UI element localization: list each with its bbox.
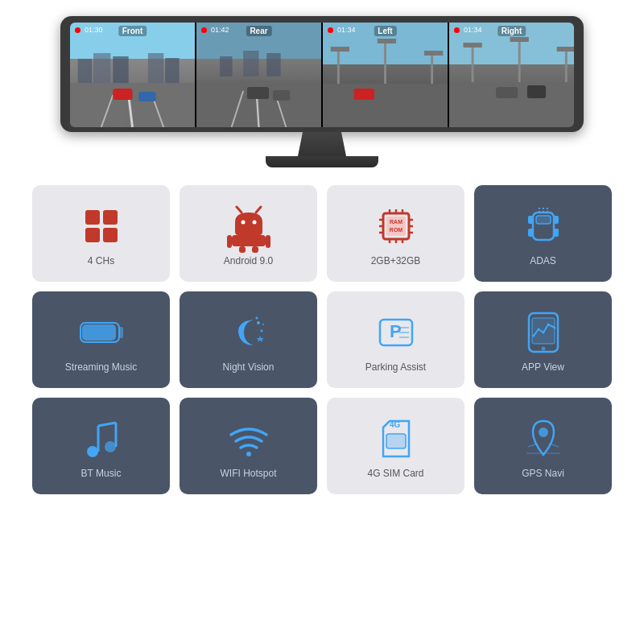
svg-point-79 [260,330,262,332]
feature-streaming-label: Streaming Music [65,361,137,373]
dashcam-section: 01:30 Front [40,16,604,167]
parking-icon: P [375,312,417,353]
front-rec-time: 01:30 [75,26,103,34]
svg-point-81 [262,324,264,325]
dashcam-screen: 01:30 Front [70,23,574,127]
svg-rect-35 [496,87,518,98]
feature-parking-label: Parking Assist [365,361,426,373]
feature-adas[interactable]: ADAS [474,185,612,282]
android-icon [228,205,270,247]
svg-rect-24 [331,47,349,52]
svg-rect-47 [266,235,270,248]
svg-rect-27 [354,89,374,100]
svg-point-92 [542,332,544,334]
svg-point-94 [553,327,555,329]
svg-rect-46 [227,235,232,248]
svg-rect-67 [536,216,551,224]
svg-rect-19 [273,90,290,101]
feature-night[interactable]: Night Vision [180,291,317,388]
sim-icon: 4G [375,418,417,460]
svg-rect-9 [113,89,132,100]
svg-point-100 [246,452,251,456]
rear-label: Rear [246,26,271,36]
feature-gps[interactable]: GPS Navi [474,398,612,494]
feature-wifi[interactable]: WIFI Hotspot [180,398,317,494]
svg-text:RAM: RAM [390,219,402,225]
dashcam-stand [298,132,346,156]
svg-rect-33 [510,37,529,42]
svg-text:P: P [390,321,402,341]
feature-app[interactable]: APP View [474,291,612,388]
svg-point-93 [547,324,549,326]
feature-night-label: Night Vision [223,361,275,373]
feature-android[interactable]: Android 9.0 [180,185,317,282]
svg-rect-4 [165,58,179,83]
wifi-icon [228,418,270,460]
cam-left: 01:34 Left [323,23,448,127]
gps-icon [522,418,564,460]
svg-point-103 [539,427,548,437]
svg-rect-45 [232,235,266,246]
grid-icon [80,205,122,247]
svg-point-96 [105,441,116,452]
svg-rect-101 [386,434,406,448]
adas-icon [522,205,564,247]
svg-rect-0 [78,59,92,83]
svg-rect-76 [119,327,123,338]
svg-text:4G: 4G [390,420,401,429]
front-label: Front [118,26,147,36]
feature-gps-label: GPS Navi [522,468,564,479]
screen-wrapper: 01:30 Front [60,16,584,132]
svg-point-95 [87,446,98,457]
ram-icon: RAM ROM [375,205,417,247]
svg-line-99 [98,423,116,426]
right-label: Right [497,26,526,36]
svg-text:ROM: ROM [389,227,402,233]
feature-streaming[interactable]: Streaming Music [32,291,170,388]
svg-point-43 [241,221,245,225]
feature-wifi-label: WIFI Hotspot [220,468,276,479]
feature-ram[interactable]: RAM ROM 2GB+32GB [327,185,464,282]
left-rec-time: 01:34 [328,26,356,34]
svg-rect-36 [527,85,546,98]
cam-rear: 01:42 Rear [196,23,321,127]
cam-right: 01:34 Right [449,23,574,127]
svg-rect-37 [85,210,100,225]
svg-point-90 [532,335,535,337]
svg-line-42 [256,207,261,213]
feature-bt-label: BT Music [81,468,122,479]
svg-rect-39 [85,228,100,242]
feature-adas-label: ADAS [530,255,556,266]
feature-sim[interactable]: 4G 4G SIM Card [327,398,464,494]
svg-rect-40 [103,228,118,242]
music-icon [80,418,122,460]
svg-rect-38 [103,210,118,225]
svg-point-80 [255,317,258,320]
svg-rect-68 [528,216,534,224]
svg-rect-34 [557,47,574,52]
svg-rect-25 [378,39,396,43]
rear-rec-time: 01:42 [201,26,229,34]
streaming-icon [80,312,122,353]
svg-rect-48 [239,246,246,253]
app-icon [522,312,564,353]
right-rec-time: 01:34 [454,26,482,34]
svg-rect-18 [247,87,269,99]
feature-4chs[interactable]: 4 CHs [32,185,170,282]
svg-rect-15 [220,56,233,76]
features-grid: 4 CHs Android 9.0 [24,185,620,494]
svg-rect-88 [532,318,555,344]
svg-rect-77 [82,324,116,341]
feature-4chs-label: 4 CHs [88,255,114,266]
svg-rect-32 [463,43,481,47]
feature-app-label: APP View [522,361,564,373]
svg-rect-2 [113,56,128,83]
svg-point-91 [537,328,539,331]
night-icon [228,312,270,353]
svg-rect-3 [148,53,163,83]
svg-line-41 [237,207,242,213]
feature-sim-label: 4G SIM Card [367,468,423,479]
feature-bt[interactable]: BT Music [32,398,170,494]
feature-parking[interactable]: P Parking Assist [327,291,464,388]
feature-android-label: Android 9.0 [224,255,273,266]
